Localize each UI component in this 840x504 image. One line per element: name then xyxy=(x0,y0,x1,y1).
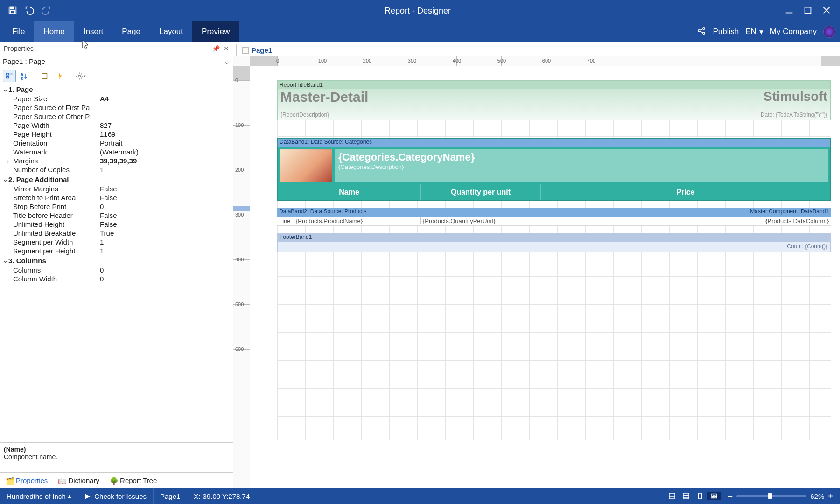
footer-count-expr[interactable]: Count: {Count()} xyxy=(278,242,830,252)
property-row[interactable]: ›Margins39,39,39,39 xyxy=(0,156,233,165)
zoom-in-icon[interactable]: + xyxy=(828,491,833,502)
property-row[interactable]: Stretch to Print AreaFalse xyxy=(0,193,233,202)
property-row[interactable]: OrientationPortrait xyxy=(0,139,233,147)
report-desc-expr[interactable]: {ReportDescription} xyxy=(280,112,329,118)
property-row[interactable]: Page Height1169 xyxy=(0,130,233,139)
status-units[interactable]: Hundredths of Inch ▴ xyxy=(0,488,78,504)
col-name[interactable]: Name xyxy=(278,184,421,200)
properties-tab-icon: 🗂️ xyxy=(6,477,13,484)
zoom-control[interactable]: − 62% + xyxy=(721,491,840,502)
property-row[interactable]: Unlimited BreakableTrue xyxy=(0,229,233,238)
tab-page[interactable]: Page xyxy=(112,21,150,42)
tab-properties[interactable]: 🗂️Properties xyxy=(2,475,51,486)
ruler-vertical: 0100200300400500600 xyxy=(233,66,250,488)
tree-tab-icon: 🌳 xyxy=(110,477,117,484)
page-tab-page1[interactable]: Page1 xyxy=(236,44,278,56)
view-mode-2-icon[interactable] xyxy=(679,492,693,500)
company-label[interactable]: My Company xyxy=(770,27,817,36)
property-row[interactable]: Paper SizeA4 xyxy=(0,94,233,103)
properties-selector-label: Page1 : Page xyxy=(3,57,45,65)
category-image[interactable] xyxy=(280,149,332,182)
brand-text[interactable]: Stimulsoft xyxy=(763,89,827,104)
category-name-expr[interactable]: {Categories.CategoryName} xyxy=(338,151,824,163)
zoom-out-icon[interactable]: − xyxy=(728,491,733,502)
property-group[interactable]: ⌄3. Columns xyxy=(0,255,233,266)
redo-icon[interactable] xyxy=(41,5,51,17)
cell-data-column[interactable]: {Products.DataColumn} xyxy=(540,217,831,224)
view-mode-3-icon[interactable] xyxy=(693,492,707,500)
property-row[interactable]: Stop Before Print0 xyxy=(0,202,233,211)
publish-button[interactable]: Publish xyxy=(713,27,739,36)
property-group[interactable]: ⌄2. Page Additional xyxy=(0,174,233,184)
properties-selector[interactable]: Page1 : Page ⌄ xyxy=(0,55,233,68)
tab-file[interactable]: File xyxy=(3,21,34,42)
svg-rect-13 xyxy=(6,76,8,78)
canvas[interactable]: ReportTitleBand1 Master-Detail Stimulsof… xyxy=(250,66,840,488)
events-icon[interactable] xyxy=(53,70,66,82)
minimize-icon[interactable] xyxy=(784,5,794,17)
pin-icon[interactable]: 📌 xyxy=(212,45,220,52)
view-mode-1-icon[interactable] xyxy=(665,492,679,500)
view-mode-4-icon[interactable]: 100 xyxy=(707,492,721,500)
tab-report-tree[interactable]: 🌳Report Tree xyxy=(106,475,161,486)
header-row[interactable]: Name Quantity per unit Price xyxy=(278,184,830,200)
property-row[interactable]: Number of Copies1 xyxy=(0,165,233,174)
tab-home[interactable]: Home xyxy=(34,21,74,42)
svg-rect-2 xyxy=(10,10,14,13)
share-icon[interactable] xyxy=(697,26,706,38)
report-date-expr[interactable]: Date: {Today.ToString("Y")} xyxy=(761,112,827,118)
property-row[interactable]: Columns0 xyxy=(0,266,233,274)
property-row[interactable]: Paper Source of First Pa xyxy=(0,103,233,112)
svg-rect-4 xyxy=(805,7,811,13)
tab-layout[interactable]: Layout xyxy=(150,21,192,42)
property-row[interactable]: Mirror MarginsFalse xyxy=(0,184,233,193)
property-row[interactable]: Segment per Width1 xyxy=(0,238,233,246)
maximize-icon[interactable] xyxy=(803,5,813,17)
save-icon[interactable] xyxy=(7,5,18,17)
col-qty[interactable]: Quantity per unit xyxy=(421,184,541,200)
band-label: DataBand2; Data Source: Products xyxy=(279,208,366,217)
properties-title: Properties xyxy=(4,45,34,52)
close-icon[interactable] xyxy=(821,5,832,17)
property-group[interactable]: ⌄1. Page xyxy=(0,84,233,94)
language-selector[interactable]: EN▾ xyxy=(745,27,763,37)
categorized-icon[interactable] xyxy=(3,70,16,82)
report-title-band[interactable]: ReportTitleBand1 Master-Detail Stimulsof… xyxy=(277,80,831,120)
footer-band[interactable]: FooterBand1 Count: {Count()} xyxy=(277,233,831,252)
report-title-text[interactable]: Master-Detail xyxy=(280,89,368,105)
cell-product-name[interactable]: {Products.ProductName} xyxy=(294,217,421,224)
property-row[interactable]: Column Width0 xyxy=(0,274,233,283)
zoom-slider[interactable] xyxy=(736,495,806,497)
avatar[interactable] xyxy=(823,26,835,38)
property-row[interactable]: Page Width827 xyxy=(0,121,233,130)
property-row[interactable]: Watermark(Watermark) xyxy=(0,147,233,156)
properties-grid[interactable]: ⌄1. PagePaper SizeA4Paper Source of Firs… xyxy=(0,84,233,442)
tab-dictionary[interactable]: 📖Dictionary xyxy=(54,475,103,486)
settings-icon[interactable]: ▾ xyxy=(74,70,87,82)
status-check-issues[interactable]: ▶ Check for Issues xyxy=(78,488,154,504)
tab-insert[interactable]: Insert xyxy=(74,21,113,42)
property-row[interactable]: Segment per Height1 xyxy=(0,246,233,255)
tab-preview[interactable]: Preview xyxy=(192,21,239,42)
status-coord: X:-39.00 Y:278.74 xyxy=(187,488,256,504)
band-label: DataBand1; Data Source: Categories xyxy=(278,139,830,147)
databand-categories[interactable]: DataBand1; Data Source: Categories {Cate… xyxy=(277,138,831,201)
panel-close-icon[interactable]: ✕ xyxy=(224,45,229,52)
alphabetical-icon[interactable]: AZ xyxy=(18,70,31,82)
category-desc-expr[interactable]: {Categories.Description} xyxy=(338,163,824,170)
property-row[interactable]: Unlimited HeightFalse xyxy=(0,220,233,229)
svg-text:Z: Z xyxy=(21,76,23,80)
svg-rect-22 xyxy=(683,493,689,499)
status-page[interactable]: Page1 xyxy=(154,488,187,504)
databand-products[interactable]: DataBand2; Data Source: Products Master … xyxy=(277,208,831,226)
cell-qty-per-unit[interactable]: {Products.QuantityPerUnit} xyxy=(421,217,540,224)
report-page[interactable]: ReportTitleBand1 Master-Detail Stimulsof… xyxy=(277,80,831,440)
property-row[interactable]: Title before HeaderFalse xyxy=(0,211,233,220)
property-row[interactable]: Paper Source of Other P xyxy=(0,112,233,121)
undo-icon[interactable] xyxy=(24,5,35,17)
cell-line[interactable]: Line xyxy=(277,217,294,224)
localize-icon[interactable] xyxy=(38,70,51,82)
svg-line-10 xyxy=(700,28,703,30)
col-price[interactable]: Price xyxy=(541,184,830,200)
page-tab-icon xyxy=(242,47,249,54)
